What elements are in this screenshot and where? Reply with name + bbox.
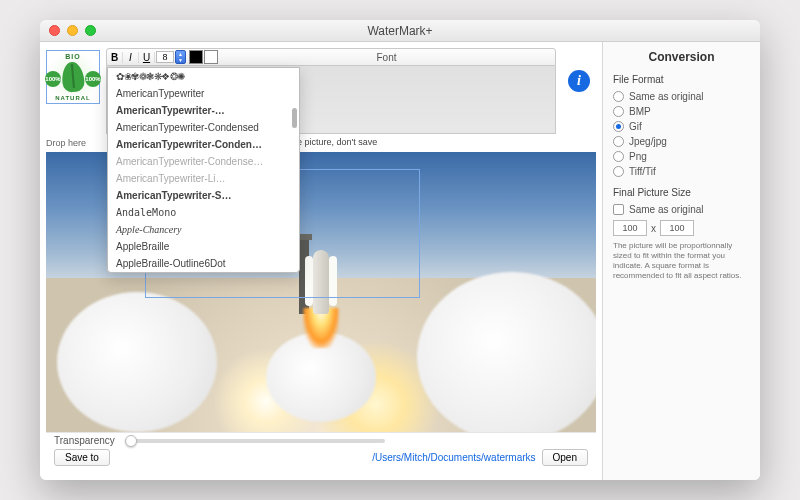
font-option[interactable]: AmericanTypewriter-Li… [108, 170, 299, 187]
info-icon[interactable]: i [568, 70, 590, 92]
bg-color-swatch[interactable] [204, 50, 218, 64]
font-option[interactable]: AmericanTypewriter-… [108, 102, 299, 119]
file-format-label: File Format [613, 74, 750, 85]
font-option[interactable]: AppleBraille [108, 238, 299, 255]
drop-here-label: Drop here [46, 138, 86, 148]
format-radio-gif[interactable] [613, 121, 624, 132]
conversion-panel: Conversion File Format Same as original … [602, 42, 760, 480]
save-to-button[interactable]: Save to [54, 449, 110, 466]
transparency-label: Transparency [54, 435, 115, 446]
font-size-field[interactable]: 8 [156, 51, 174, 63]
size-same-checkbox[interactable] [613, 204, 624, 215]
dimension-x: x [651, 223, 656, 234]
font-option-symbols[interactable]: ✿❀✾❁❃❋❖❂✺ [108, 68, 299, 85]
size-hint: The picture will be proportionnally size… [613, 241, 750, 281]
app-window: WaterMark+ BIO 100% 100% NATURAL B I U 8 [40, 20, 760, 480]
format-label: Tiff/Tif [629, 166, 656, 177]
format-toolbar: B I U 8 ▲▼ Font ✿❀✾❁❃❋❖❂✺ AmericanTypewr… [106, 48, 556, 66]
italic-button[interactable]: I [123, 52, 139, 63]
font-option[interactable]: Apple-Chancery [108, 221, 299, 238]
format-radio-original[interactable] [613, 91, 624, 102]
underline-button[interactable]: U [139, 52, 155, 63]
logo-pct-right: 100% [85, 71, 101, 87]
text-color-swatch[interactable] [189, 50, 203, 64]
font-option[interactable]: AndaleMono [108, 204, 299, 221]
format-label: Gif [629, 121, 642, 132]
format-radio-png[interactable] [613, 151, 624, 162]
window-title: WaterMark+ [40, 24, 760, 38]
height-field[interactable]: 100 [660, 220, 694, 236]
open-button[interactable]: Open [542, 449, 588, 466]
font-dropdown[interactable]: ✿❀✾❁❃❋❖❂✺ AmericanTypewriter AmericanTyp… [107, 67, 300, 273]
format-label: Png [629, 151, 647, 162]
watermark-logo-dropzone[interactable]: BIO 100% 100% NATURAL [46, 50, 100, 104]
logo-pct-left: 100% [45, 71, 61, 87]
format-label: Same as original [629, 91, 703, 102]
format-radio-jpeg[interactable] [613, 136, 624, 147]
logo-bottom-text: NATURAL [47, 95, 99, 101]
width-field[interactable]: 100 [613, 220, 647, 236]
font-option[interactable]: AmericanTypewriter-Condensed [108, 119, 299, 136]
titlebar: WaterMark+ [40, 20, 760, 42]
font-option[interactable]: AmericanTypewriter [108, 85, 299, 102]
font-option[interactable]: AmericanTypewriter-Conden… [108, 136, 299, 153]
leaf-icon [61, 61, 86, 93]
font-size-stepper[interactable]: ▲▼ [175, 50, 186, 64]
dropdown-scrollbar[interactable] [292, 108, 297, 128]
conversion-title: Conversion [613, 50, 750, 64]
logo-top-text: BIO [47, 53, 99, 60]
final-size-label: Final Picture Size [613, 187, 750, 198]
format-label: BMP [629, 106, 651, 117]
font-option[interactable]: AppleBraille-Outline6Dot [108, 255, 299, 272]
font-field-caption[interactable]: Font [218, 52, 555, 63]
transparency-slider[interactable] [125, 439, 385, 443]
format-radio-bmp[interactable] [613, 106, 624, 117]
size-same-label: Same as original [629, 204, 703, 215]
bold-button[interactable]: B [107, 52, 123, 63]
format-radio-tiff[interactable] [613, 166, 624, 177]
format-label: Jpeg/jpg [629, 136, 667, 147]
font-option[interactable]: AmericanTypewriter-Condense… [108, 153, 299, 170]
save-path[interactable]: /Users/Mitch/Documents/watermarks [372, 452, 535, 463]
font-option[interactable]: AmericanTypewriter-S… [108, 187, 299, 204]
